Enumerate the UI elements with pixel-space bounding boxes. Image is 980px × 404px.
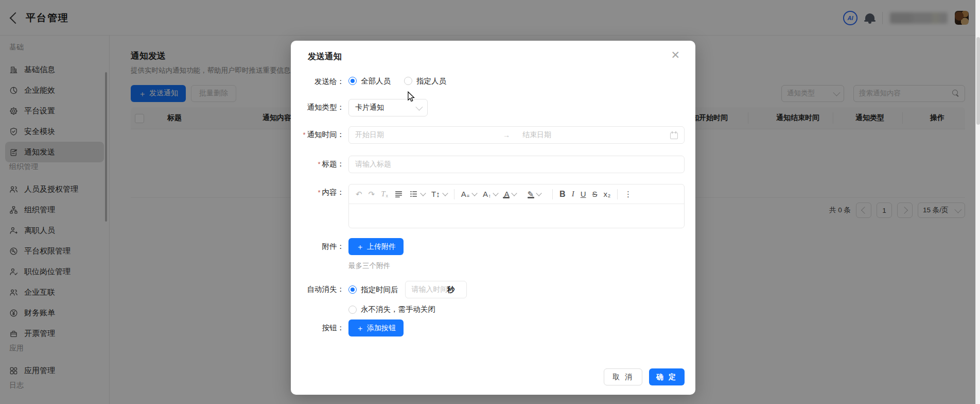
- plus-icon: ＋: [356, 243, 364, 250]
- notify-type-row: 通知类型： 卡片通知: [291, 99, 695, 116]
- attachment-hint: 最多三个附件: [348, 261, 685, 271]
- notify-type-select[interactable]: 卡片通知: [348, 99, 428, 116]
- date-range-input[interactable]: 开始日期 → 结束日期: [348, 126, 685, 144]
- clear-format-icon[interactable]: Tx: [378, 187, 391, 201]
- toolbar-divider: [454, 189, 454, 199]
- toolbar-divider: [552, 189, 553, 199]
- rich-text-editor: ↶↷TxT↕A≡A↕A✎BIUSx2⋮: [348, 184, 685, 228]
- cancel-button[interactable]: 取 消: [604, 368, 642, 385]
- more-icon[interactable]: ⋮: [622, 187, 635, 201]
- buttons-row: 按钮： ＋ 添加按钮: [291, 319, 695, 336]
- chevron-down-icon: [512, 190, 517, 196]
- dismiss-time-input[interactable]: 请输入时间: [405, 281, 467, 298]
- justify-icon[interactable]: [392, 187, 406, 201]
- strikethrough-icon[interactable]: S: [589, 187, 600, 201]
- modal-title: 发送通知: [308, 51, 342, 62]
- title-row: *标题： 请输入标题: [291, 156, 695, 173]
- upload-attachment-button[interactable]: ＋ 上传附件: [348, 238, 404, 255]
- radio-all-people-label[interactable]: 全部人员: [361, 76, 391, 86]
- radio-timed-dismiss[interactable]: [348, 285, 357, 294]
- notify-time-row: *通知时间： 开始日期 → 结束日期: [291, 126, 695, 144]
- font-family-icon[interactable]: A≡: [459, 187, 479, 201]
- plus-icon: ＋: [356, 324, 364, 332]
- underline-icon[interactable]: U: [578, 187, 589, 201]
- chevron-down-icon: [415, 104, 423, 111]
- attachment-row: 附件： ＋ 上传附件 最多三个附件: [291, 238, 695, 271]
- redo-icon[interactable]: ↷: [366, 187, 378, 201]
- chevron-down-icon: [536, 190, 541, 196]
- bold-icon[interactable]: B: [557, 187, 568, 201]
- toolbar-divider: [617, 189, 618, 199]
- subscript-icon[interactable]: x2: [601, 187, 613, 201]
- title-input[interactable]: 请输入标题: [348, 156, 685, 173]
- auto-dismiss-row: 自动消失： 指定时间后 请输入时间 秒 永不消失，需手动关闭: [291, 281, 695, 314]
- start-date-placeholder[interactable]: 开始日期: [355, 130, 498, 140]
- send-to-row: 发送给： 全部人员 指定人员: [291, 73, 695, 89]
- calendar-icon: [670, 131, 678, 139]
- send-notification-modal: 发送通知 ✕ 发送给： 全部人员 指定人员 通知类型： 卡片通知 *通知时间： …: [291, 41, 695, 395]
- page-scrollbar[interactable]: [975, 0, 980, 404]
- content-row: *内容： ↶↷TxT↕A≡A↕A✎BIUSx2⋮: [291, 184, 695, 228]
- highlight-pen-icon[interactable]: ✎: [524, 187, 548, 201]
- end-date-placeholder[interactable]: 结束日期: [515, 130, 665, 140]
- radio-timed-dismiss-label[interactable]: 指定时间后: [361, 285, 398, 295]
- confirm-button[interactable]: 确 定: [649, 368, 685, 385]
- editor-toolbar: ↶↷TxT↕A≡A↕A✎BIUSx2⋮: [349, 184, 684, 204]
- list-icon[interactable]: [407, 187, 428, 201]
- radio-specific-people-label[interactable]: 指定人员: [416, 76, 446, 86]
- chevron-down-icon: [493, 190, 499, 196]
- range-arrow-icon: →: [503, 131, 510, 139]
- line-height-icon[interactable]: T↕: [429, 187, 450, 201]
- editor-content-area[interactable]: [349, 204, 684, 228]
- close-icon[interactable]: ✕: [671, 50, 680, 61]
- page-scrollbar-thumb[interactable]: [976, 37, 980, 125]
- add-button-button[interactable]: ＋ 添加按钮: [348, 319, 404, 336]
- font-size-icon[interactable]: A↕: [480, 187, 501, 201]
- radio-never-dismiss-label[interactable]: 永不消失，需手动关闭: [361, 305, 435, 314]
- chevron-down-icon: [420, 190, 426, 196]
- radio-specific-people[interactable]: [404, 77, 412, 85]
- chevron-down-icon: [471, 190, 477, 196]
- seconds-unit: 秒: [447, 285, 455, 295]
- radio-all-people[interactable]: [348, 77, 357, 85]
- italic-icon[interactable]: I: [569, 187, 577, 201]
- chevron-down-icon: [442, 190, 448, 196]
- font-color-icon[interactable]: A: [501, 187, 523, 201]
- radio-never-dismiss[interactable]: [348, 306, 357, 314]
- undo-icon[interactable]: ↶: [353, 187, 365, 201]
